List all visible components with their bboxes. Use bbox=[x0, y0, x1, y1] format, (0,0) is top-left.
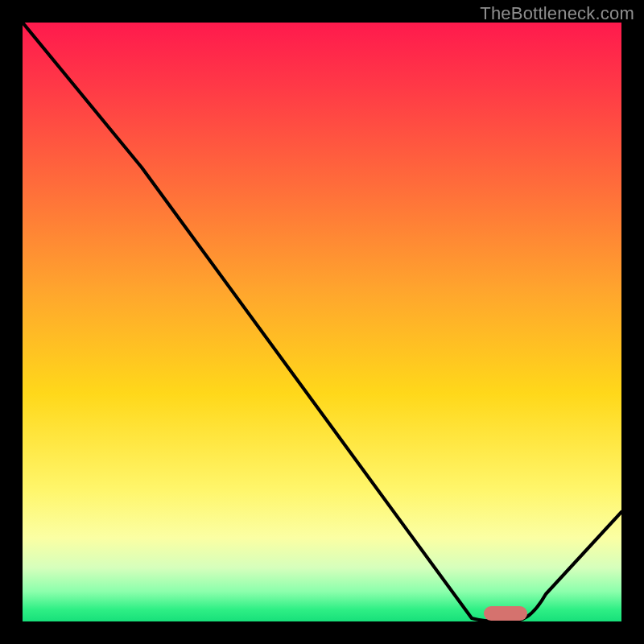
watermark-text: TheBottleneck.com bbox=[480, 3, 634, 24]
curve-path bbox=[23, 23, 621, 621]
chart-frame: TheBottleneck.com bbox=[0, 0, 644, 644]
bottleneck-curve bbox=[23, 23, 621, 621]
optimal-marker bbox=[484, 606, 527, 621]
plot-area bbox=[23, 23, 621, 621]
